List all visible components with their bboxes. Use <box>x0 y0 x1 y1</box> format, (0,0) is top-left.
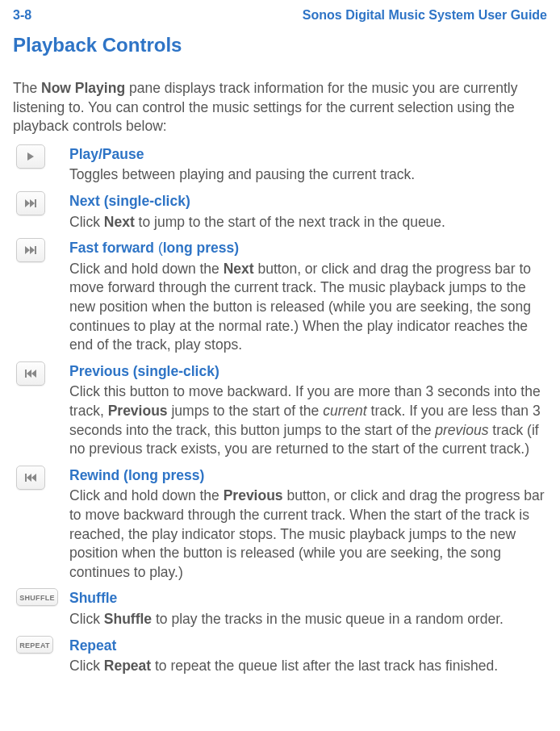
control-row-repeat: REPEAT Repeat Click Repeat to repeat the… <box>13 636 547 678</box>
desc-text: Click and hold down the <box>69 261 224 277</box>
desc-text: to play the tracks in the music queue in… <box>152 611 504 627</box>
intro-bold: Now Playing <box>41 80 125 96</box>
section-title: Playback Controls <box>13 34 547 56</box>
item-desc: Click and hold down the Previous button,… <box>69 487 547 582</box>
item-desc: Click and hold down the Next button, or … <box>69 260 547 355</box>
item-desc: Toggles between playing and pausing the … <box>69 165 547 185</box>
previous-button[interactable] <box>16 361 45 386</box>
next-button[interactable] <box>16 191 45 215</box>
shuffle-button[interactable]: SHUFFLE <box>16 588 58 606</box>
repeat-button[interactable]: REPEAT <box>16 636 53 654</box>
desc-text: to jump to the start of the next track i… <box>135 214 445 230</box>
desc-text: Click <box>69 658 104 674</box>
icon-cell <box>13 191 55 215</box>
item-title: Next (single-click) <box>69 191 547 211</box>
icon-cell <box>13 361 55 386</box>
desc-text: Click <box>69 611 104 627</box>
content-cell: Repeat Click Repeat to repeat the queue … <box>69 636 547 678</box>
desc-text: jumps to the start of the <box>168 403 324 419</box>
desc-text: to repeat the queue list after the last … <box>151 658 498 674</box>
control-row-previous: Previous (single-click) Click this butto… <box>13 361 547 461</box>
fast-forward-icon <box>25 246 36 254</box>
desc-bold: Previous <box>224 487 283 503</box>
item-title-b: long press) <box>163 240 239 256</box>
control-row-play: Play/Pause Toggles between playing and p… <box>13 144 547 186</box>
control-row-fastforward: Fast forward (long press) Click and hold… <box>13 238 547 357</box>
item-title-a: Fast forward <box>69 240 158 256</box>
icon-cell: REPEAT <box>13 636 55 654</box>
desc-text: Click and hold down the <box>69 487 224 503</box>
desc-italic: current <box>323 403 366 419</box>
item-title: Previous (single-click) <box>69 361 547 382</box>
item-title: Repeat <box>69 636 547 656</box>
play-icon <box>27 152 34 161</box>
desc-italic: previous <box>435 422 488 438</box>
item-title: Play/Pause <box>69 144 547 165</box>
control-row-next: Next (single-click) Click Next to jump t… <box>13 191 547 233</box>
icon-cell <box>13 144 55 169</box>
rewind-button[interactable] <box>16 466 45 490</box>
content-cell: Shuffle Click Shuffle to play the tracks… <box>69 588 547 630</box>
content-cell: Play/Pause Toggles between playing and p… <box>69 144 547 186</box>
icon-cell: SHUFFLE <box>13 588 55 606</box>
desc-bold: Shuffle <box>104 611 152 627</box>
desc-bold: Next <box>104 214 135 230</box>
content-cell: Rewind (long press) Click and hold down … <box>69 466 547 584</box>
intro-paragraph: The Now Playing pane displays track info… <box>13 79 547 136</box>
play-button[interactable] <box>16 144 45 169</box>
item-desc: Click this button to move backward. If y… <box>69 382 547 459</box>
icon-cell <box>13 238 55 262</box>
content-cell: Fast forward (long press) Click and hold… <box>69 238 547 357</box>
control-row-shuffle: SHUFFLE Shuffle Click Shuffle to play th… <box>13 588 547 630</box>
guide-title: Sonos Digital Music System User Guide <box>303 8 547 23</box>
page-header: 3-8 Sonos Digital Music System User Guid… <box>13 8 547 23</box>
intro-text-pre: The <box>13 80 41 96</box>
content-cell: Next (single-click) Click Next to jump t… <box>69 191 547 233</box>
next-icon <box>25 199 36 207</box>
rewind-icon <box>25 474 36 482</box>
desc-bold: Repeat <box>104 658 151 674</box>
item-title: Shuffle <box>69 588 547 608</box>
item-title: Fast forward (long press) <box>69 238 547 258</box>
page-number: 3-8 <box>13 8 31 23</box>
content-cell: Previous (single-click) Click this butto… <box>69 361 547 461</box>
desc-bold: Next <box>224 261 254 277</box>
desc-text: Click <box>69 214 104 230</box>
fast-forward-button[interactable] <box>16 238 45 262</box>
control-row-rewind: Rewind (long press) Click and hold down … <box>13 466 547 584</box>
previous-icon <box>25 370 36 378</box>
item-title: Rewind (long press) <box>69 466 547 486</box>
icon-cell <box>13 466 55 490</box>
item-desc: Click Shuffle to play the tracks in the … <box>69 610 547 629</box>
desc-bold: Previous <box>108 403 168 419</box>
item-desc: Click Repeat to repeat the queue list af… <box>69 657 547 676</box>
item-desc: Click Next to jump to the start of the n… <box>69 213 547 232</box>
